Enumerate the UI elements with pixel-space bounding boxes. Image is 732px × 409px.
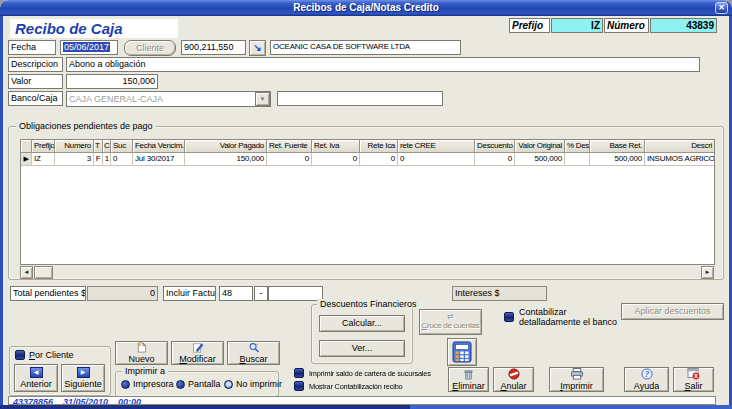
mostrar-contabilizacion-label[interactable]: Mostrar Contabilización recibo	[309, 381, 402, 392]
svg-text:?: ?	[644, 370, 648, 379]
banco-caja-combobox[interactable]: CAJA GENERAL-CAJA ▼	[66, 91, 271, 107]
numero-field[interactable]: 43839	[650, 18, 717, 33]
scroll-left-icon: ◄	[24, 269, 30, 275]
radio-no-imprimir-label[interactable]: No imprimir	[236, 379, 282, 390]
obligaciones-group-title: Obligaciones pendientes de pago	[16, 121, 156, 131]
trash-icon	[463, 369, 474, 380]
eliminar-label: Eliminar	[452, 381, 485, 391]
eliminar-button[interactable]: Eliminar	[448, 367, 489, 392]
col-header-numero: Numero	[55, 140, 94, 153]
prefijo-field[interactable]: IZ	[551, 18, 603, 33]
factura-numero-input[interactable]	[268, 286, 323, 301]
col-header-descuento: Descuento	[475, 140, 515, 153]
nuevo-button[interactable]: Nuevo	[115, 341, 168, 365]
help-icon: ?	[641, 368, 653, 380]
banco-caja-label: Banco/Caja	[8, 91, 63, 106]
close-icon: ✕	[718, 3, 725, 12]
cell-fecha-vencim: Jul 30/2017	[133, 153, 185, 166]
col-header-pct-desc: % Desc.	[565, 140, 590, 153]
cliente-button[interactable]: Cliente	[124, 40, 176, 56]
cruce-cuentas-icon: ⇄	[447, 313, 454, 320]
cell-ret-fuente: 0	[267, 153, 312, 166]
mostrar-contabilizacion-checkbox[interactable]	[294, 381, 304, 391]
valor-input[interactable]: 150,000	[66, 74, 158, 89]
banco-aux-field[interactable]	[277, 91, 443, 106]
app-window: Recibos de Caja/Notas Credito ✕ Recibo d…	[0, 0, 732, 409]
imprimir-button[interactable]: Imprimir	[549, 367, 604, 392]
contabilizacion-button[interactable]	[447, 338, 477, 366]
aplicar-descuentos-button[interactable]: Aplicar descuentos	[621, 303, 724, 320]
table-header-row: Prefijo Numero T C Suc Fecha Vencim. Val…	[21, 140, 714, 153]
total-pendientes-value: 0	[87, 286, 158, 301]
window-border-bottom-progress	[0, 405, 410, 409]
imprimir-saldo-label[interactable]: Imprimir saldo de cartera de sucursales	[309, 368, 431, 379]
anterior-button[interactable]: ◀ Anterior	[14, 364, 58, 392]
radio-no-imprimir[interactable]	[224, 380, 233, 389]
ayuda-button[interactable]: ? Ayuda	[624, 367, 669, 392]
cliente-name-field[interactable]: OCEANIC CASA DE SOFTWARE LTDA	[270, 40, 461, 55]
exit-icon: x	[687, 368, 700, 380]
ayuda-label: Ayuda	[634, 381, 659, 391]
cell-descuento: 0	[475, 153, 515, 166]
cell-rete-cree: 0	[398, 153, 475, 166]
siguiente-label: Siguiente	[64, 379, 102, 389]
window-border-bottom	[0, 405, 732, 409]
scroll-right-icon: ►	[705, 269, 711, 275]
anterior-label: Anterior	[20, 379, 52, 389]
edit-pencil-icon	[192, 342, 204, 353]
previous-arrow-icon: ◀	[30, 367, 43, 378]
col-header-suc: Suc	[111, 140, 133, 153]
col-header-base-ret: Base Ret.	[590, 140, 645, 153]
nuevo-label: Nuevo	[128, 354, 154, 364]
contabilizar-label-line2[interactable]: detalladamente el banco	[519, 317, 617, 328]
col-header-selector	[21, 140, 32, 153]
cell-c: 1	[103, 153, 111, 166]
obligaciones-table: Prefijo Numero T C Suc Fecha Vencim. Val…	[20, 139, 715, 265]
window-title: Recibos de Caja/Notas Credito	[0, 0, 732, 16]
imprimir-saldo-checkbox[interactable]	[294, 368, 304, 378]
salir-button[interactable]: x Salir	[673, 367, 714, 392]
siguiente-button[interactable]: ▶ Siguiente	[61, 364, 105, 392]
cliente-lookup-button[interactable]: ↘	[249, 40, 266, 56]
imprimir-a-group-title: Imprimir a	[122, 366, 168, 376]
page-title: Recibo de Caja	[10, 19, 178, 38]
cell-suc: 0	[111, 153, 133, 166]
status-text: 43378856 31/05/2010 00:00	[13, 397, 141, 405]
cell-ret-iva: 0	[312, 153, 360, 166]
anular-button[interactable]: Anular	[493, 367, 534, 392]
factura-prefijo-input[interactable]: 48	[219, 286, 253, 301]
contabilizar-checkbox[interactable]	[504, 312, 514, 322]
combo-dropdown-button[interactable]: ▼	[255, 92, 270, 106]
modificar-button[interactable]: Modificar	[171, 341, 224, 365]
descuentos-group-title: Descuentos Financieros	[317, 299, 420, 309]
calcular-button[interactable]: Calcular...	[319, 315, 405, 332]
radio-impresora[interactable]	[121, 380, 130, 389]
cell-base-ret: 500,000	[590, 153, 645, 166]
fecha-input[interactable]: 05/06/2017	[60, 40, 118, 55]
incluir-factura-label: Incluir Factura	[163, 286, 216, 301]
nit-input[interactable]: 900,211,550	[181, 40, 246, 55]
scroll-left-button[interactable]: ◄	[20, 266, 33, 279]
descripcion-input[interactable]: Abono a obligación	[66, 57, 700, 72]
radio-pantalla[interactable]	[176, 380, 185, 389]
por-cliente-checkbox[interactable]	[15, 350, 25, 360]
ver-button[interactable]: Ver...	[319, 340, 405, 357]
cruce-cuentas-button[interactable]: ⇄ Cruce de cuentas	[419, 309, 482, 335]
col-header-t: T	[94, 140, 103, 153]
status-bar: 43378856 31/05/2010 00:00	[8, 396, 716, 405]
radio-pantalla-label[interactable]: Pantalla	[188, 379, 221, 390]
buscar-label: Buscar	[239, 354, 267, 364]
numero-label: Número	[604, 18, 649, 33]
por-cliente-label[interactable]: Por Cliente	[29, 350, 74, 361]
radio-impresora-label[interactable]: Impresora	[133, 379, 174, 390]
scroll-right-button[interactable]: ►	[701, 266, 714, 279]
table-row[interactable]: ▶ IZ 3 F 1 0 Jul 30/2017 150,000 0 0 0 0…	[21, 153, 714, 166]
buscar-button[interactable]: Buscar	[227, 341, 280, 365]
prefijo-label: Prefijo	[509, 18, 550, 33]
fecha-label: Fecha	[8, 40, 56, 55]
close-button[interactable]: ✕	[715, 2, 728, 14]
banco-caja-value: CAJA GENERAL-CAJA	[69, 93, 163, 105]
fecha-value: 05/06/2017	[63, 42, 110, 52]
scrollbar-thumb[interactable]	[34, 266, 53, 279]
salir-label: Salir	[684, 381, 702, 391]
